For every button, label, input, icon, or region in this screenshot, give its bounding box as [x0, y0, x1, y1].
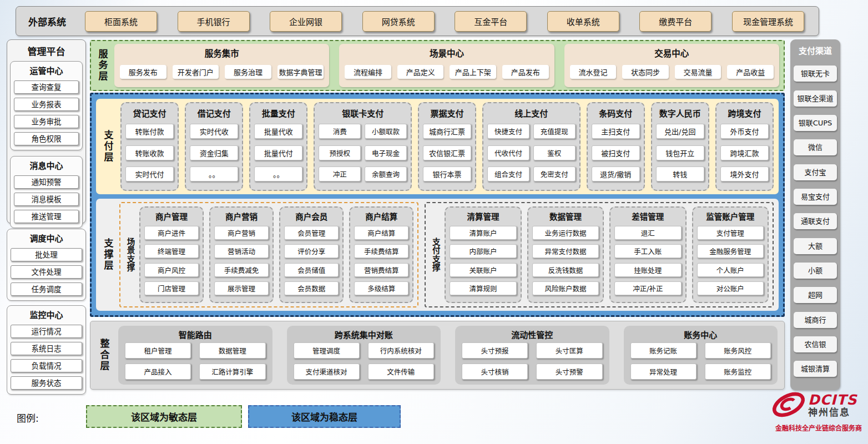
support-item: 商户进件 [144, 226, 199, 240]
integration-panel: 跨系统集中对账管理调度行内系统核对支付渠道核对文件传输 [287, 326, 441, 385]
payment-group-title: 线上支付 [487, 105, 576, 120]
management-item: 负载情况 [11, 359, 82, 372]
channel-item: 微信 [794, 139, 837, 155]
integration-panel-title: 流动性管控 [462, 327, 603, 342]
support-group-title: 商户管理 [144, 209, 199, 223]
payment-item: 批量代收 [254, 124, 302, 139]
support-group-items: 清算账户内部账户关联账户清算规则 [450, 223, 516, 298]
payment-group-items: 转账付款转账收款实时代付 [125, 120, 174, 185]
payment-item: 转账付款 [125, 124, 174, 139]
service-panel-items: 服务发布开发者门户服务治理数据字典管理 [120, 61, 324, 83]
payment-item: 跨境汇款 [720, 145, 769, 160]
support-group: 商户管理商户进件终端管理商户风控门店管理 [139, 206, 204, 303]
support-item: 商户风控 [144, 263, 199, 277]
integration-item: 头寸预警 [536, 364, 602, 380]
external-systems-bar: 外部系统 柜面系统手机银行企业网银网贷系统互金平台收单系统缴费平台现金管理系统 [16, 6, 819, 36]
support-group-items: 业务运行数据异常支付数据反洗钱数据风险账户数据 [532, 223, 599, 298]
integration-panel: 流动性管控头寸预报头寸匡算头寸核销头寸预警 [455, 326, 609, 385]
payment-item: 主扫支付 [592, 124, 640, 139]
payment-group-items: 批量代收批量代付。。 [254, 120, 302, 185]
support-item: 关联账户 [450, 263, 516, 277]
external-system-box: 企业网银 [270, 11, 342, 32]
payment-group-title: 数字人民币 [656, 105, 704, 120]
service-item: 产品收益 [727, 65, 774, 79]
support-item: 支付管理 [697, 226, 764, 240]
integration-panel-items: 租户管理数据管理产品接入汇路计算引擎 [125, 342, 266, 380]
support-group-title: 监管账户管理 [697, 209, 764, 223]
channel-item: 大额 [794, 238, 837, 254]
integration-item: 产品接入 [125, 364, 191, 380]
payment-group: 票据支付城商行汇票农信银汇票银行本票 [418, 102, 476, 191]
integration-panel-items: 账务记账账务风控异常处理账务监控 [630, 342, 771, 380]
external-system-box: 柜面系统 [85, 11, 157, 32]
support-section-label: 支付支撑 [430, 206, 442, 303]
payment-group: 批量支付批量代收批量代付。。 [249, 102, 307, 191]
channel-item: 小额 [794, 263, 837, 279]
support-layer: 支撑层 场景支撑商户管理商户进件终端管理商户风控门店管理商户营销商户营销营销活动… [96, 199, 779, 311]
payment-group-title: 票据支付 [423, 105, 471, 120]
payment-item: 余额查询 [365, 167, 407, 181]
service-layer: 服务层 服务集市服务发布开发者门户服务治理数据字典管理场景中心流程编排产品定义产… [90, 40, 785, 91]
support-section-groups: 商户管理商户进件终端管理商户风控门店管理商户营销商户营销营销活动手续费减免展示管… [139, 206, 413, 303]
payment-group-title: 贷记支付 [125, 105, 174, 120]
payment-support-section: 支付支撑清算管理清算账户内部账户关联账户清算规则数据管理业务运行数据异常支付数据… [425, 202, 774, 307]
payment-item: 被扫支付 [592, 145, 640, 160]
support-item: 金融服务管理 [697, 244, 764, 258]
support-group-items: 会员管理评价分享会员储值会员数据 [284, 223, 339, 298]
payment-group-items: 主扫支付被扫支付退货/撤销 [592, 120, 640, 185]
payment-group-items: 兑出/兑回钱包开立转钱 [656, 120, 704, 185]
support-group-title: 商户结算 [354, 209, 408, 223]
integration-item: 行内系统核对 [368, 342, 434, 359]
payment-group-items: 消费小额取款预授权电子现金冲正余额查询 [319, 120, 407, 185]
payment-item: 冲正 [319, 167, 361, 181]
payment-item: 外币支付 [720, 124, 769, 139]
payment-group: 银联卡支付消费小额取款预授权电子现金冲正余额查询 [314, 102, 412, 191]
payment-item: 实时代收 [190, 124, 238, 139]
monitor-center-panel: 监控中心运行情况系统日志负载情况服务状态 [7, 305, 86, 395]
payment-item: 境外支付 [720, 167, 769, 181]
support-item: 内部账户 [450, 244, 516, 258]
legend-agile-box: 该区域为敏态层 [86, 405, 242, 428]
channel-item: 银联CUPS [794, 115, 837, 131]
dispatch-center-panel: 调度中心批处理文件处理任务调度 [7, 229, 86, 301]
integration-layer-panels: 智能路由租户管理数据管理产品接入汇路计算引擎跨系统集中对账管理调度行内系统核对支… [118, 326, 778, 385]
management-item: 业务审批 [14, 115, 79, 128]
management-item: 通知预警 [14, 175, 79, 189]
support-group-items: 退汇手工入账挂账处理冲正/补正 [614, 223, 681, 298]
payment-group-title: 批量支付 [254, 105, 302, 120]
service-panel-title: 服务集市 [120, 46, 324, 61]
integration-item: 汇路计算引擎 [199, 364, 265, 380]
management-item: 业务报表 [14, 98, 79, 111]
external-system-box: 手机银行 [178, 11, 250, 32]
payment-item: 消费 [319, 124, 361, 139]
management-item: 文件处理 [11, 265, 82, 279]
payment-group-items: 外币支付跨境汇款境外支付 [720, 120, 769, 185]
support-item: 对公账户 [697, 281, 764, 295]
support-item: 评价分享 [284, 244, 339, 258]
service-panel-items: 流程编排产品定义产品上下架产品发布 [345, 61, 548, 83]
support-item: 手续费减免 [214, 263, 269, 277]
support-section-groups: 清算管理清算账户内部账户关联账户清算规则数据管理业务运行数据异常支付数据反洗钱数… [445, 206, 769, 303]
integration-layer-label: 整合层 [97, 326, 112, 385]
management-platform-panel: 管理平台 运管中心查询查复业务报表业务审批角色权限消息中心通知预警消息模板推送管… [7, 39, 86, 224]
service-item: 状态同步 [622, 65, 669, 79]
support-item: 冲正/补正 [614, 281, 681, 295]
management-item: 批处理 [11, 248, 82, 261]
payment-group-title: 借记支付 [190, 105, 238, 120]
payment-item: 资金归集 [190, 145, 238, 160]
payment-group: 贷记支付转账付款转账收款实时代付 [120, 102, 179, 191]
support-group-items: 支付管理金融服务管理个人账户对公账户 [697, 223, 764, 298]
scenario-support-section: 场景支撑商户管理商户进件终端管理商户风控门店管理商户营销商户营销营销活动手续费减… [119, 202, 418, 307]
service-panel: 场景中心流程编排产品定义产品上下架产品发布 [339, 44, 554, 87]
dcits-logo: DCITS 神州信息 金融科技全产业链综合服务商 [770, 390, 867, 432]
service-item: 服务发布 [120, 65, 166, 79]
integration-panel-items: 管理调度行内系统核对支付渠道核对文件传输 [294, 342, 435, 380]
payment-item: 农信银汇票 [423, 145, 471, 160]
service-panel-title: 交易中心 [570, 46, 774, 61]
support-item: 清算账户 [450, 226, 516, 240]
payment-item: 批量代付 [254, 145, 302, 160]
payment-item: 快捷支付 [487, 124, 529, 139]
management-item: 运行情况 [11, 325, 82, 338]
management-group: 消息中心通知预警消息模板推送管理 [10, 156, 83, 228]
payment-item: 预授权 [319, 145, 361, 160]
